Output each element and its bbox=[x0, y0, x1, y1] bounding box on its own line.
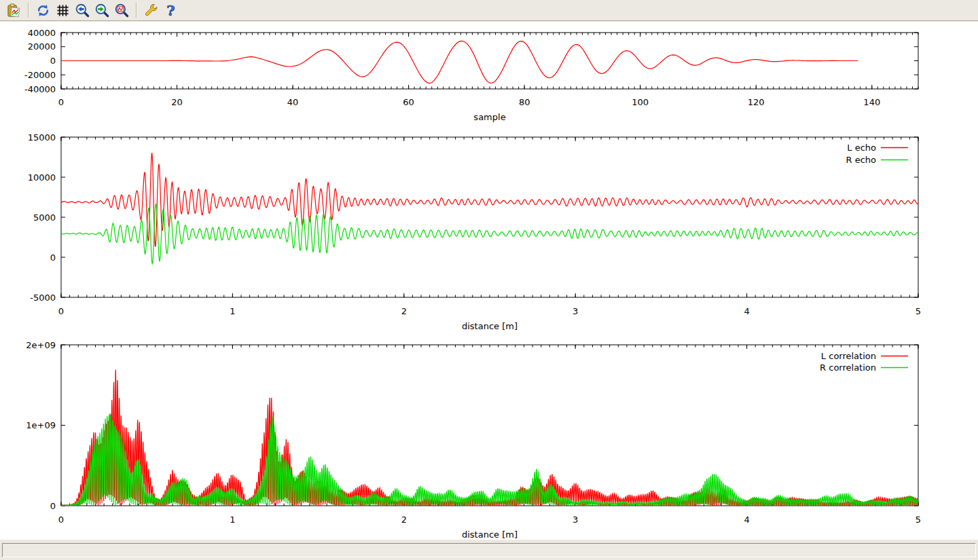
x-tick-label: 1 bbox=[230, 515, 235, 525]
xlabel-correlation: distance [m] bbox=[462, 529, 518, 540]
y-tick-label: -40000 bbox=[24, 84, 56, 94]
y-tick-label: -20000 bbox=[24, 70, 56, 80]
toolbar-separator bbox=[136, 3, 137, 18]
y-tick-label: 2e+09 bbox=[26, 340, 56, 350]
y-tick-label: 40000 bbox=[28, 28, 56, 38]
zoom-previous-button[interactable] bbox=[73, 1, 92, 20]
zoom-previous-icon bbox=[75, 3, 90, 18]
x-tick-label: 5 bbox=[916, 306, 921, 316]
series-r-echo bbox=[61, 204, 918, 264]
question-mark-icon: ? bbox=[163, 3, 179, 18]
help-button[interactable]: ? bbox=[161, 1, 181, 20]
y-tick-label: 5000 bbox=[33, 212, 56, 223]
series-l-correlation bbox=[61, 370, 918, 506]
x-tick-label: 120 bbox=[748, 97, 765, 107]
toolbar-separator bbox=[28, 3, 29, 18]
legend-correlation: L correlation R correlation bbox=[820, 351, 908, 373]
y-tick-label: 1e+09 bbox=[26, 420, 56, 430]
x-tick-label: 100 bbox=[632, 97, 649, 107]
plot-waveform: 020406080100120140-40000-200000200004000… bbox=[24, 28, 918, 108]
toggle-grid-button[interactable] bbox=[53, 1, 73, 20]
y-tick-label: 0 bbox=[50, 56, 56, 66]
zoom-next-button[interactable] bbox=[92, 1, 112, 20]
legend-echo: L echo R echo bbox=[846, 143, 908, 165]
refresh-icon bbox=[35, 3, 51, 18]
xlabel-waveform: sample bbox=[473, 112, 505, 122]
status-bar bbox=[0, 540, 978, 560]
y-tick-label: 15000 bbox=[28, 132, 56, 143]
status-field bbox=[2, 543, 976, 557]
y-tick-label: 0 bbox=[50, 501, 56, 511]
x-tick-label: 20 bbox=[171, 97, 183, 107]
legend-label-l-correlation: L correlation bbox=[821, 351, 876, 361]
legend-label-l-echo: L echo bbox=[847, 143, 876, 153]
legend-label-r-correlation: R correlation bbox=[820, 362, 876, 373]
x-tick-label: 60 bbox=[403, 97, 414, 107]
plot-correlation: 01234501e+092e+09 bbox=[26, 340, 921, 525]
plot-area[interactable]: sample distance [m] distance [m] L echo … bbox=[0, 22, 978, 540]
configure-button[interactable] bbox=[141, 1, 161, 20]
x-tick-label: 0 bbox=[58, 306, 64, 316]
x-tick-label: 4 bbox=[744, 515, 749, 525]
xlabel-echo: distance [m] bbox=[462, 321, 518, 331]
series-signal bbox=[61, 41, 858, 83]
x-tick-label: 1 bbox=[230, 306, 235, 316]
x-tick-label: 0 bbox=[58, 515, 64, 525]
legend-label-r-echo: R echo bbox=[846, 155, 876, 165]
x-tick-label: 3 bbox=[573, 306, 578, 316]
x-tick-label: 3 bbox=[573, 515, 578, 525]
zoom-autoscale-icon bbox=[114, 3, 130, 18]
plot-canvas[interactable]: sample distance [m] distance [m] L echo … bbox=[0, 22, 978, 540]
x-tick-label: 5 bbox=[916, 515, 921, 525]
series-r-correlation bbox=[61, 415, 918, 506]
x-tick-label: 2 bbox=[401, 306, 407, 316]
x-tick-label: 40 bbox=[287, 97, 299, 107]
y-tick-label: 10000 bbox=[28, 172, 56, 183]
plot-echo: 012345-5000050001000015000 bbox=[28, 132, 922, 317]
grid-icon bbox=[55, 3, 71, 18]
y-tick-label: 0 bbox=[50, 253, 56, 263]
zoom-autoscale-button[interactable] bbox=[112, 1, 132, 20]
copy-to-clipboard-button[interactable] bbox=[4, 1, 24, 20]
x-tick-label: 0 bbox=[58, 97, 64, 107]
y-tick-label: 20000 bbox=[28, 41, 56, 52]
x-tick-label: 80 bbox=[519, 97, 530, 107]
replot-button[interactable] bbox=[33, 1, 53, 20]
x-tick-label: 4 bbox=[744, 306, 749, 316]
zoom-next-icon bbox=[94, 3, 110, 18]
svg-text:?: ? bbox=[166, 3, 175, 18]
clipboard-chart-icon bbox=[6, 3, 22, 18]
y-tick-label: -5000 bbox=[30, 293, 56, 303]
x-tick-label: 140 bbox=[863, 97, 880, 107]
wrench-icon bbox=[143, 3, 159, 18]
x-tick-label: 2 bbox=[401, 515, 407, 525]
toolbar: ? bbox=[0, 0, 978, 21]
